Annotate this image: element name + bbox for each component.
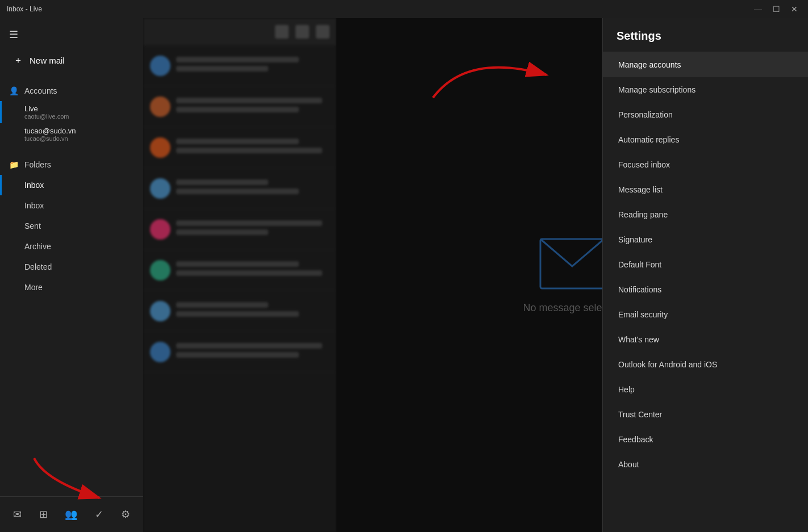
email-sender-3 bbox=[176, 139, 299, 144]
email-subject-1 bbox=[176, 66, 268, 72]
email-content-5 bbox=[176, 220, 330, 238]
settings-item-default-font[interactable]: Default Font bbox=[603, 252, 808, 277]
email-item-5 bbox=[143, 209, 336, 250]
settings-nav-button[interactable]: ⚙ bbox=[116, 504, 135, 525]
sort-icon bbox=[295, 25, 309, 39]
account-item-live[interactable]: Live caotu@live.com bbox=[0, 101, 143, 123]
settings-item-help[interactable]: Help bbox=[603, 377, 808, 402]
email-list-header bbox=[143, 18, 336, 45]
email-content-3 bbox=[176, 139, 330, 157]
avatar-5 bbox=[150, 219, 170, 240]
account-email-live: caotu@live.com bbox=[24, 113, 134, 120]
sidebar: ☰ ＋ New mail 👤 Accounts Live caotu@live.… bbox=[0, 18, 143, 532]
email-item-7 bbox=[143, 291, 336, 332]
account-email-sudo: tucao@sudo.vn bbox=[24, 135, 134, 142]
settings-item-signature[interactable]: Signature bbox=[603, 227, 808, 252]
mail-nav-button[interactable]: ✉ bbox=[9, 504, 26, 525]
filter-icon bbox=[275, 25, 289, 39]
email-item-1 bbox=[143, 45, 336, 86]
email-subject-6 bbox=[176, 270, 322, 276]
window-controls: — ☐ ✕ bbox=[751, 2, 801, 16]
folder-item-deleted[interactable]: Deleted bbox=[0, 257, 143, 277]
close-button[interactable]: ✕ bbox=[788, 2, 801, 16]
account-item-sudo[interactable]: tucao@sudo.vn tucao@sudo.vn bbox=[0, 123, 143, 145]
settings-item-email-security[interactable]: Email security bbox=[603, 302, 808, 327]
new-mail-icon: ＋ bbox=[13, 55, 24, 66]
email-sender-2 bbox=[176, 98, 322, 103]
folder-item-more[interactable]: More bbox=[0, 277, 143, 298]
settings-item-manage-subscriptions[interactable]: Manage subscriptions bbox=[603, 77, 808, 102]
calendar-nav-button[interactable]: ⊞ bbox=[35, 504, 52, 525]
email-subject-2 bbox=[176, 107, 299, 112]
avatar-8 bbox=[150, 342, 170, 362]
email-item-3 bbox=[143, 127, 336, 168]
accounts-person-icon: 👤 bbox=[9, 86, 19, 95]
maximize-button[interactable]: ☐ bbox=[769, 2, 783, 16]
settings-item-focused-inbox[interactable]: Focused inbox bbox=[603, 152, 808, 177]
folders-header[interactable]: 📁 Folders bbox=[0, 154, 143, 175]
sidebar-top: ☰ ＋ New mail bbox=[0, 18, 143, 76]
email-subject-8 bbox=[176, 352, 299, 358]
folder-item-inbox-1[interactable]: Inbox bbox=[0, 175, 143, 195]
avatar-2 bbox=[150, 97, 170, 117]
new-mail-label: New mail bbox=[30, 56, 65, 65]
settings-item-about[interactable]: About bbox=[603, 452, 808, 477]
email-item-2 bbox=[143, 86, 336, 127]
folder-item-inbox-2[interactable]: Inbox bbox=[0, 195, 143, 216]
red-arrow-top bbox=[422, 35, 581, 115]
settings-item-outlook-mobile[interactable]: Outlook for Android and iOS bbox=[603, 352, 808, 377]
tasks-nav-button[interactable]: ✓ bbox=[90, 504, 108, 525]
accounts-label: Accounts bbox=[24, 86, 57, 95]
avatar-4 bbox=[150, 178, 170, 199]
folder-icon: 📁 bbox=[9, 160, 19, 169]
email-content-7 bbox=[176, 302, 330, 320]
settings-item-trust-center[interactable]: Trust Center bbox=[603, 402, 808, 427]
email-content-4 bbox=[176, 179, 330, 198]
email-content-8 bbox=[176, 343, 330, 361]
settings-item-notifications[interactable]: Notifications bbox=[603, 277, 808, 302]
hamburger-button[interactable]: ☰ bbox=[5, 25, 23, 44]
title-bar: Inbox - Live — ☐ ✕ bbox=[0, 0, 808, 18]
settings-item-reading-pane[interactable]: Reading pane bbox=[603, 202, 808, 227]
email-subject-4 bbox=[176, 188, 299, 194]
settings-panel: Settings Manage accounts Manage subscrip… bbox=[602, 18, 808, 532]
folder-item-sent[interactable]: Sent bbox=[0, 216, 143, 236]
email-sender-6 bbox=[176, 261, 299, 267]
email-content-6 bbox=[176, 261, 330, 279]
avatar-3 bbox=[150, 137, 170, 158]
account-name-live: Live bbox=[24, 104, 134, 113]
settings-item-automatic-replies[interactable]: Automatic replies bbox=[603, 127, 808, 152]
email-subject-7 bbox=[176, 311, 299, 317]
app-title: Inbox - Live bbox=[7, 5, 42, 13]
folders-label: Folders bbox=[24, 160, 51, 169]
email-subject-3 bbox=[176, 148, 322, 153]
sidebar-bottom: ✉ ⊞ 👥 ✓ ⚙ bbox=[0, 496, 143, 532]
settings-item-feedback[interactable]: Feedback bbox=[603, 427, 808, 452]
email-sender-1 bbox=[176, 57, 299, 62]
settings-item-whats-new[interactable]: What's new bbox=[603, 327, 808, 352]
email-sender-5 bbox=[176, 220, 322, 226]
email-content-1 bbox=[176, 57, 330, 75]
accounts-header[interactable]: 👤 Accounts bbox=[0, 81, 143, 101]
email-sender-8 bbox=[176, 343, 322, 349]
envelope-icon bbox=[538, 237, 606, 291]
email-sender-4 bbox=[176, 179, 268, 185]
settings-item-personalization[interactable]: Personalization bbox=[603, 102, 808, 127]
accounts-section: 👤 Accounts Live caotu@live.com tucao@sud… bbox=[0, 76, 143, 150]
account-name-sudo: tucao@sudo.vn bbox=[24, 127, 134, 135]
avatar-7 bbox=[150, 301, 170, 321]
email-item-4 bbox=[143, 168, 336, 209]
email-subject-5 bbox=[176, 229, 268, 235]
folder-item-archive[interactable]: Archive bbox=[0, 236, 143, 257]
avatar-6 bbox=[150, 260, 170, 280]
email-list-panel bbox=[143, 18, 336, 532]
settings-title: Settings bbox=[603, 18, 808, 52]
email-sender-7 bbox=[176, 302, 268, 308]
settings-item-manage-accounts[interactable]: Manage accounts bbox=[603, 52, 808, 77]
folders-section: 📁 Folders Inbox Inbox Sent Archive Delet… bbox=[0, 150, 143, 302]
people-nav-button[interactable]: 👥 bbox=[60, 504, 82, 525]
new-mail-button[interactable]: ＋ New mail bbox=[5, 49, 139, 72]
settings-item-message-list[interactable]: Message list bbox=[603, 177, 808, 202]
minimize-button[interactable]: — bbox=[751, 2, 765, 16]
more-icon bbox=[316, 25, 330, 39]
